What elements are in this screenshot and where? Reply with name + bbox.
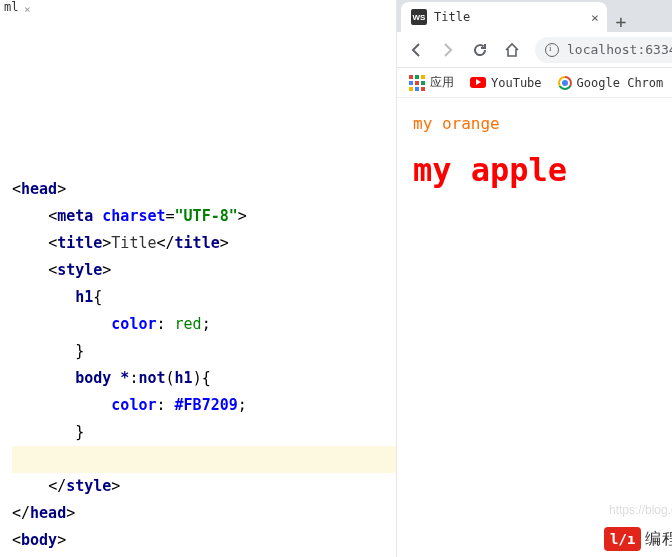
code-area[interactable]: <head> <meta charset="UTF-8"> <title>Tit… (0, 135, 396, 557)
bookmark-youtube[interactable]: YouTube (470, 76, 542, 90)
browser-tab[interactable]: WS Title × (401, 2, 607, 32)
browser-tabstrip: WS Title × + (397, 0, 672, 32)
favicon-icon: WS (411, 9, 427, 25)
bookmark-label: Google Chrom (577, 76, 664, 90)
apps-icon (409, 75, 425, 91)
code-editor[interactable]: ml × <head> <meta charset="UTF-8"> <titl… (0, 0, 397, 557)
chrome-icon (558, 76, 572, 90)
bookmarks-bar: 应用 YouTube Google Chrom (397, 68, 672, 98)
browser-panel: WS Title × + localhost:63342 应用 (397, 0, 672, 557)
bookmark-label: YouTube (491, 76, 542, 90)
editor-gutter (0, 0, 8, 557)
bookmark-chrome[interactable]: Google Chrom (558, 76, 664, 90)
tab-close-icon[interactable]: × (591, 10, 599, 25)
rendered-page: my orange my apple https://blog.csdn l/ı… (397, 98, 672, 557)
apps-label: 应用 (430, 74, 454, 91)
reload-icon[interactable] (471, 41, 489, 59)
forward-icon[interactable] (439, 41, 457, 59)
youtube-icon (470, 77, 486, 88)
home-icon[interactable] (503, 41, 521, 59)
browser-toolbar: localhost:63342 (397, 32, 672, 68)
editor-tab-close-icon[interactable]: × (24, 0, 31, 23)
new-tab-button[interactable]: + (607, 11, 635, 32)
back-icon[interactable] (407, 41, 425, 59)
site-info-icon[interactable] (545, 43, 559, 57)
heading-apple: my apple (413, 151, 672, 189)
watermark-url: https://blog.csdn (609, 503, 672, 517)
apps-shortcut[interactable]: 应用 (409, 74, 454, 91)
editor-tab[interactable]: ml (4, 0, 18, 21)
address-text: localhost:63342 (567, 42, 672, 57)
watermark-logo: l/ı 编程网 (604, 527, 672, 551)
text-orange: my orange (413, 114, 672, 133)
tab-title: Title (434, 10, 584, 24)
editor-highlighted-line (12, 446, 396, 473)
address-bar[interactable]: localhost:63342 (535, 37, 672, 63)
